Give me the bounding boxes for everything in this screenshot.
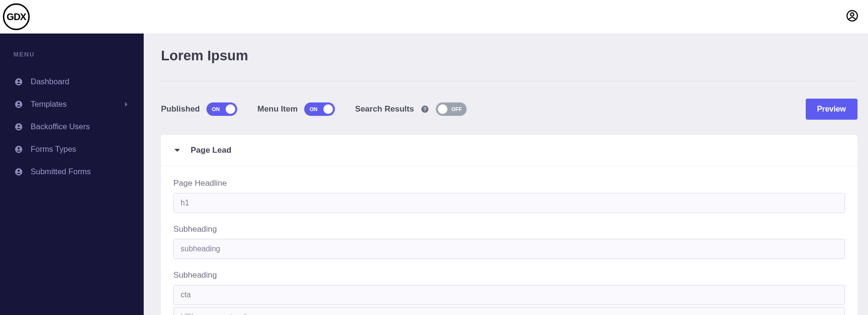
svg-point-7 <box>18 124 20 127</box>
topbar: GDX <box>0 0 868 34</box>
subheading-input[interactable] <box>173 239 845 259</box>
user-circle-icon <box>14 100 23 109</box>
chevron-down-icon <box>173 146 181 154</box>
svg-point-11 <box>18 169 20 172</box>
user-circle-icon <box>14 145 23 154</box>
toggle-label: Menu Item <box>257 104 297 114</box>
field-label: Subheading <box>173 270 845 280</box>
field-group-subheading1: Subheading <box>173 225 845 261</box>
sidebar-item-label: Submitted Forms <box>31 167 91 176</box>
svg-point-1 <box>851 13 854 16</box>
svg-point-3 <box>18 79 20 82</box>
panel-page-lead: Page Lead Page Headline Subheading Subhe… <box>161 135 857 315</box>
sidebar-item-backoffice-users[interactable]: Backoffice Users <box>13 115 130 138</box>
toggle-menu-item[interactable]: ON <box>304 102 335 116</box>
toggle-search-results[interactable]: OFF <box>436 102 467 116</box>
preview-button[interactable]: Preview <box>806 99 857 120</box>
sidebar-item-forms-types[interactable]: Forms Types <box>13 138 130 160</box>
sidebar-item-label: Templates <box>31 100 67 109</box>
cta-input[interactable] <box>173 285 845 305</box>
toggle-group-menu-item: Menu Item ON <box>257 102 335 116</box>
toggle-label: Published <box>161 104 200 114</box>
sidebar-item-label: Backoffice Users <box>31 122 90 131</box>
panel-header-title: Page Lead <box>191 146 231 155</box>
user-circle-icon <box>14 78 23 86</box>
user-circle-icon <box>14 168 23 176</box>
body-wrap: MENU Dashboard Templates Backoffice User… <box>0 34 868 315</box>
sidebar-item-templates[interactable]: Templates <box>13 93 130 115</box>
help-icon[interactable]: ? <box>421 105 429 113</box>
toggle-label: Search Results <box>355 104 414 114</box>
field-group-headline: Page Headline <box>173 179 845 215</box>
svg-text:?: ? <box>423 106 426 112</box>
user-circle-icon <box>14 123 23 131</box>
toggle-state-text: ON <box>212 106 220 112</box>
field-group-subheading2: Subheading <box>173 270 845 315</box>
sidebar-item-submitted-forms[interactable]: Submitted Forms <box>13 160 130 183</box>
url-input[interactable] <box>173 307 845 315</box>
toggle-knob <box>226 104 235 114</box>
toggle-published[interactable]: ON <box>206 102 237 116</box>
field-label: Subheading <box>173 225 845 234</box>
toggle-state-text: OFF <box>451 106 462 112</box>
profile-icon[interactable] <box>846 10 858 24</box>
field-label: Page Headline <box>173 179 845 188</box>
sidebar-title: MENU <box>13 51 130 58</box>
toggle-state-text: ON <box>309 106 318 112</box>
sidebar-item-dashboard[interactable]: Dashboard <box>13 70 130 93</box>
page-title: Lorem Ipsum <box>161 48 857 81</box>
controls-left: Published ON Menu Item ON Search Results <box>161 102 788 116</box>
page-headline-input[interactable] <box>173 193 845 213</box>
logo: GDX <box>3 3 30 30</box>
sidebar-item-label: Dashboard <box>31 77 69 86</box>
svg-point-5 <box>18 102 20 104</box>
svg-point-9 <box>18 147 20 149</box>
sidebar: MENU Dashboard Templates Backoffice User… <box>0 34 144 315</box>
controls-row: Published ON Menu Item ON Search Results <box>161 81 857 129</box>
toggle-knob <box>323 104 333 114</box>
main: Lorem Ipsum Published ON Menu Item ON <box>144 34 868 315</box>
panel-body: Page Headline Subheading Subheading <box>161 166 857 315</box>
panel-header[interactable]: Page Lead <box>161 135 857 166</box>
toggle-knob <box>438 104 447 114</box>
chevron-right-icon <box>125 101 128 107</box>
sidebar-item-label: Forms Types <box>31 145 76 154</box>
toggle-group-published: Published ON <box>161 102 237 116</box>
toggle-group-search-results: Search Results ? OFF <box>355 102 467 116</box>
